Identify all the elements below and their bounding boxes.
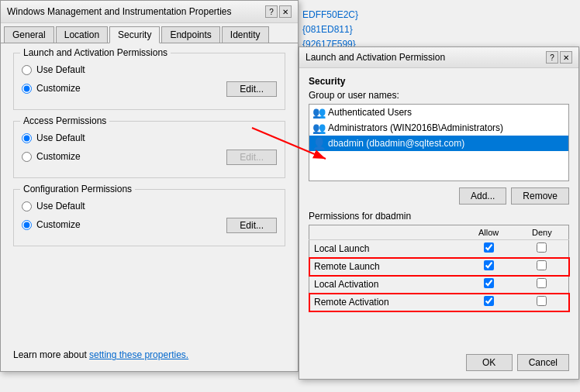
perm-name-remote-activation: Remote Activation	[309, 294, 462, 311]
perm-allow-local-launch[interactable]	[462, 240, 516, 258]
perm-deny-remote-launch[interactable]	[516, 258, 569, 276]
access-customize-label: Customize	[36, 151, 81, 162]
perm-row-local-launch: Local Launch	[309, 240, 569, 258]
arrow-indicator	[248, 120, 333, 167]
group-user-label: Group or user names:	[309, 90, 569, 101]
perm-deny-local-activation[interactable]	[516, 276, 569, 294]
right-dialog-buttons: OK Cancel	[466, 354, 569, 371]
launch-edit-button[interactable]: Edit...	[226, 81, 277, 97]
access-use-default-item: Use Default	[22, 132, 277, 143]
perm-deny-local-launch[interactable]	[516, 240, 569, 258]
users-list: 👥 Authenticated Users 👥 Administrators (…	[309, 104, 569, 181]
tabs-bar: General Location Security Endpoints Iden…	[1, 23, 298, 43]
perms-label: Permissions for dbadmin	[309, 211, 569, 222]
svg-line-1	[252, 128, 326, 159]
ok-button[interactable]: OK	[466, 354, 513, 371]
launch-customize-label: Customize	[36, 83, 81, 94]
left-close-button[interactable]: ✕	[279, 5, 292, 18]
right-section-title: Security	[309, 76, 569, 87]
user-action-buttons: Add... Remove	[309, 187, 569, 205]
config-customize-radio[interactable]	[22, 220, 32, 230]
left-help-button[interactable]: ?	[265, 5, 278, 18]
config-radio-group: Use Default Customize Edit...	[22, 201, 277, 233]
perm-row-remote-activation: Remote Activation	[309, 294, 569, 311]
tab-identity[interactable]: Identity	[222, 26, 269, 43]
access-customize-radio[interactable]	[22, 152, 32, 162]
tab-general[interactable]: General	[4, 26, 54, 43]
launch-customize-radio[interactable]	[22, 84, 32, 94]
right-help-button[interactable]: ?	[546, 51, 558, 64]
perm-name-remote-launch: Remote Launch	[309, 258, 462, 276]
learn-more-link[interactable]: setting these properties.	[89, 349, 188, 360]
config-use-default-label: Use Default	[36, 201, 85, 211]
config-customize-label: Customize	[36, 219, 81, 230]
perm-deny-remote-activation[interactable]	[516, 294, 569, 311]
config-use-default-radio[interactable]	[22, 201, 32, 211]
access-section-label: Access Permissions	[20, 115, 109, 126]
tab-endpoints[interactable]: Endpoints	[161, 26, 219, 43]
launch-customize-item: Customize Edit...	[22, 80, 277, 97]
tab-security[interactable]: Security	[109, 26, 160, 43]
cancel-button[interactable]: Cancel	[517, 354, 569, 371]
config-section: Configuration Permissions Use Default Cu…	[13, 189, 285, 246]
launch-section: Launch and Activation Permissions Use De…	[13, 53, 285, 110]
left-title-controls: ? ✕	[265, 5, 292, 18]
user-item-authenticated[interactable]: 👥 Authenticated Users	[309, 105, 568, 120]
right-title-bar: Launch and Activation Permission ? ✕	[299, 47, 578, 68]
config-customize-item: Customize Edit...	[22, 216, 277, 233]
perm-col-allow: Allow	[462, 225, 516, 240]
perm-col-name	[309, 225, 462, 240]
right-dialog-content: Security Group or user names: 👥 Authenti…	[299, 68, 578, 325]
permissions-table: Allow Deny Local Launch Remote Launch Lo…	[309, 225, 569, 311]
perm-allow-local-activation[interactable]	[462, 276, 516, 294]
launch-section-label: Launch and Activation Permissions	[20, 47, 171, 58]
user-item-dbadmin[interactable]: 👤 dbadmin (dbadmin@sqltest.com)	[309, 136, 568, 151]
background-text: EDFF50E2C} {081ED811} {92617F599}	[302, 8, 358, 53]
config-section-label: Configuration Permissions	[20, 184, 135, 194]
left-title-bar: Windows Management and Instrumentation P…	[1, 1, 298, 23]
bottom-text: Learn more about setting these propertie…	[13, 349, 188, 360]
right-dialog: Launch and Activation Permission ? ✕ Sec…	[299, 46, 579, 380]
user-item-administrators[interactable]: 👥 Administrators (WIN2016B\Administrator…	[309, 120, 568, 136]
launch-use-default-label: Use Default	[36, 64, 85, 75]
config-use-default-item: Use Default	[22, 201, 277, 211]
perm-name-local-activation: Local Activation	[309, 276, 462, 294]
user-icon-authenticated: 👥	[312, 106, 325, 119]
config-edit-button[interactable]: Edit...	[226, 218, 277, 233]
perm-name-local-launch: Local Launch	[309, 240, 462, 258]
access-use-default-radio[interactable]	[22, 133, 32, 143]
access-customize-item: Customize Edit...	[22, 148, 277, 165]
perm-allow-remote-launch[interactable]	[462, 258, 516, 276]
add-button[interactable]: Add...	[459, 187, 506, 205]
launch-use-default-radio[interactable]	[22, 65, 32, 75]
perm-row-local-activation: Local Activation	[309, 276, 569, 294]
left-dialog-title: Windows Management and Instrumentation P…	[7, 6, 231, 17]
perm-col-deny: Deny	[516, 225, 569, 240]
right-dialog-title: Launch and Activation Permission	[306, 52, 445, 63]
access-section: Access Permissions Use Default Customize…	[13, 121, 285, 178]
access-use-default-label: Use Default	[36, 132, 85, 143]
launch-use-default-item: Use Default	[22, 64, 277, 75]
remove-button[interactable]: Remove	[511, 187, 569, 205]
perm-allow-remote-activation[interactable]	[462, 294, 516, 311]
right-title-controls: ? ✕	[546, 51, 572, 64]
left-dialog: Windows Management and Instrumentation P…	[0, 0, 299, 372]
launch-radio-group: Use Default Customize Edit...	[22, 64, 277, 97]
access-radio-group: Use Default Customize Edit...	[22, 132, 277, 165]
perm-row-remote-launch: Remote Launch	[309, 258, 569, 276]
right-close-button[interactable]: ✕	[560, 51, 572, 64]
tab-location[interactable]: Location	[56, 26, 108, 43]
